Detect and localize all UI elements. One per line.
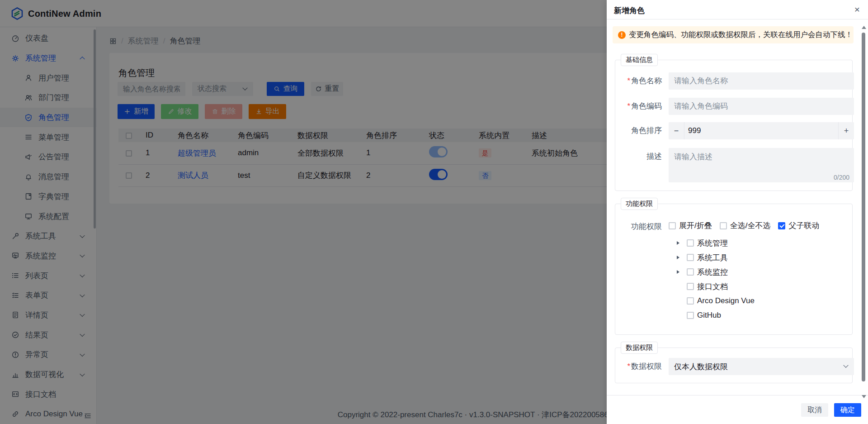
tree-expand-icon[interactable] [677,241,687,245]
basic-info-legend: 基础信息 [621,54,658,66]
tree-node[interactable]: Arco Design Vue [677,294,755,308]
drawer-footer: 取消 确定 [607,395,868,424]
checkbox-icon[interactable] [687,268,694,276]
tree-node-label: GitHub [697,311,721,320]
tree-node-label: 接口文档 [697,281,728,292]
role-code-label: 角色编码 [631,102,662,110]
checkbox-icon[interactable] [778,222,785,229]
role-sort-value[interactable]: 999 [684,122,838,139]
checkbox-icon[interactable] [720,222,727,229]
chevron-down-icon [843,363,848,368]
cancel-button[interactable]: 取消 [801,403,828,417]
data-permission-value: 仅本人数据权限 [674,362,728,372]
tree-node-label: 系统管理 [697,238,728,248]
basic-info-section: 基础信息 *角色名称 *角色编码 角色排序 − 999 + 描述 [615,60,853,191]
warning-icon: ! [618,31,626,39]
scroll-down-arrow[interactable] [862,395,866,398]
tree-node[interactable]: 接口文档 [677,279,755,294]
stepper-plus-button[interactable]: + [838,122,854,139]
tree-node[interactable]: GitHub [677,308,755,323]
tree-expand-icon[interactable] [677,270,687,274]
role-name-label: 角色名称 [631,76,662,85]
required-asterisk: * [627,362,630,371]
warning-alert-text: 变更角色编码、功能权限或数据权限后，关联在线用户会自动下线！ [629,30,853,40]
perm-option-label: 父子联动 [788,220,819,231]
drawer-header: 新增角色 × [607,0,868,19]
scrollbar-thumb[interactable] [862,33,865,381]
perm-option[interactable]: 展开/折叠 [669,220,712,231]
tree-node[interactable]: 系统监控 [677,265,755,279]
confirm-button[interactable]: 确定 [834,403,861,417]
data-permission-legend: 数据权限 [621,342,658,354]
tree-node-label: 系统工具 [697,252,728,263]
description-label: 描述 [615,148,662,165]
data-permission-label: 数据权限 [631,362,662,371]
function-permission-legend: 功能权限 [621,198,658,210]
checkbox-icon[interactable] [687,283,694,290]
perm-option[interactable]: 全选/全不选 [720,220,771,231]
stepper-minus-button[interactable]: − [669,122,684,139]
close-icon[interactable]: × [854,4,860,15]
tree-expand-icon [677,314,687,317]
perm-option-label: 展开/折叠 [679,220,712,231]
role-code-input[interactable] [669,98,854,115]
required-asterisk: * [627,102,630,110]
role-name-input[interactable] [669,72,854,90]
drawer-scrollbar [861,23,866,395]
role-sort-label: 角色排序 [615,122,662,139]
checkbox-icon[interactable] [669,222,676,229]
tree-node[interactable]: 系统管理 [677,236,755,250]
description-textarea[interactable] [669,148,854,182]
data-permission-select[interactable]: 仅本人数据权限 [669,358,854,375]
tree-node-label: Arco Design Vue [697,296,755,305]
perm-option[interactable]: 父子联动 [778,220,819,231]
data-permission-section: 数据权限 *数据权限 仅本人数据权限 [615,348,853,383]
tree-node-label: 系统监控 [697,267,728,277]
required-asterisk: * [627,76,630,85]
role-sort-stepper: − 999 + [669,122,854,139]
tree-node[interactable]: 系统工具 [677,250,755,265]
function-permission-label: 功能权限 [615,220,662,233]
checkbox-icon[interactable] [687,254,694,261]
checkbox-icon[interactable] [687,312,694,319]
function-permission-section: 功能权限 功能权限 展开/折叠全选/全不选父子联动 系统管理系统工具系统监控接口… [615,204,853,335]
char-counter: 0/200 [834,174,849,181]
checkbox-icon[interactable] [687,239,694,247]
tree-expand-icon[interactable] [677,256,687,259]
tree-expand-icon [677,285,687,288]
scroll-up-arrow[interactable] [862,26,866,29]
warning-alert: ! 变更角色编码、功能权限或数据权限后，关联在线用户会自动下线！ [613,26,854,43]
drawer-title: 新增角色 [614,5,645,16]
permission-tree: 系统管理系统工具系统监控接口文档Arco Design VueGitHub [677,236,755,323]
tree-expand-icon [677,299,687,303]
checkbox-icon[interactable] [687,297,694,305]
perm-option-label: 全选/全不选 [730,220,771,231]
add-role-drawer: 新增角色 × ! 变更角色编码、功能权限或数据权限后，关联在线用户会自动下线！ … [607,0,868,424]
